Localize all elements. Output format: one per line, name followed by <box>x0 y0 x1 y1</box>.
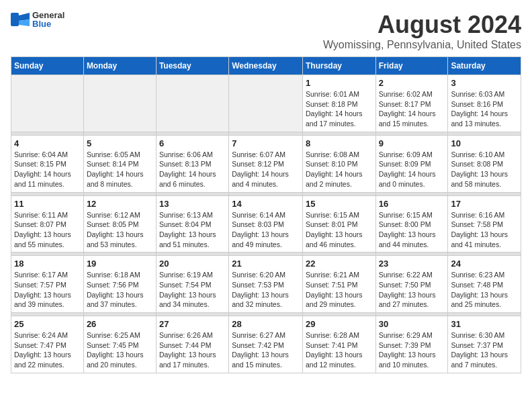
day-info: Sunrise: 6:09 AM Sunset: 8:09 PM Dayligh… <box>379 150 445 189</box>
day-number: 10 <box>451 138 518 148</box>
calendar-cell: 10Sunrise: 6:10 AM Sunset: 8:08 PM Dayli… <box>448 135 521 192</box>
day-number: 26 <box>87 319 153 329</box>
calendar-cell: 18Sunrise: 6:17 AM Sunset: 7:57 PM Dayli… <box>11 256 84 313</box>
day-number: 25 <box>14 319 81 329</box>
day-info: Sunrise: 6:16 AM Sunset: 7:58 PM Dayligh… <box>451 210 518 250</box>
day-info: Sunrise: 6:10 AM Sunset: 8:08 PM Dayligh… <box>451 150 518 189</box>
day-info: Sunrise: 6:15 AM Sunset: 8:00 PM Dayligh… <box>379 210 445 250</box>
location-title: Wyomissing, Pennsylvania, United States <box>323 39 521 51</box>
calendar-cell: 17Sunrise: 6:16 AM Sunset: 7:58 PM Dayli… <box>448 195 521 253</box>
logo-text-blue: Blue <box>32 19 64 28</box>
calendar-cell <box>156 75 228 132</box>
calendar-cell: 20Sunrise: 6:19 AM Sunset: 7:54 PM Dayli… <box>156 256 228 313</box>
day-info: Sunrise: 6:21 AM Sunset: 7:51 PM Dayligh… <box>306 270 373 310</box>
day-info: Sunrise: 6:13 AM Sunset: 8:04 PM Dayligh… <box>159 210 226 250</box>
day-info: Sunrise: 6:19 AM Sunset: 7:54 PM Dayligh… <box>159 270 226 310</box>
day-number: 14 <box>232 199 300 209</box>
day-number: 2 <box>379 78 445 88</box>
calendar-header-saturday: Saturday <box>448 57 521 75</box>
day-number: 29 <box>306 319 373 329</box>
day-info: Sunrise: 6:29 AM Sunset: 7:39 PM Dayligh… <box>379 330 445 370</box>
day-number: 6 <box>159 138 226 148</box>
day-number: 27 <box>159 319 226 329</box>
day-info: Sunrise: 6:14 AM Sunset: 8:03 PM Dayligh… <box>232 210 300 250</box>
calendar-cell: 31Sunrise: 6:30 AM Sunset: 7:37 PM Dayli… <box>448 316 521 373</box>
day-number: 17 <box>451 199 518 209</box>
calendar-cell <box>11 75 84 132</box>
calendar-header-monday: Monday <box>83 57 156 75</box>
calendar-week-row-1: 4Sunrise: 6:04 AM Sunset: 8:15 PM Daylig… <box>11 135 521 192</box>
logo: General Blue <box>11 11 64 28</box>
calendar-cell: 5Sunrise: 6:05 AM Sunset: 8:14 PM Daylig… <box>83 135 156 192</box>
calendar-cell: 9Sunrise: 6:09 AM Sunset: 8:09 PM Daylig… <box>375 135 448 192</box>
calendar-cell: 28Sunrise: 6:27 AM Sunset: 7:42 PM Dayli… <box>229 316 303 373</box>
calendar-cell: 22Sunrise: 6:21 AM Sunset: 7:51 PM Dayli… <box>302 256 375 313</box>
day-info: Sunrise: 6:15 AM Sunset: 8:01 PM Dayligh… <box>306 210 373 250</box>
day-number: 18 <box>14 259 81 269</box>
calendar-cell: 21Sunrise: 6:20 AM Sunset: 7:53 PM Dayli… <box>229 256 303 313</box>
day-number: 7 <box>232 138 300 148</box>
calendar-cell: 23Sunrise: 6:22 AM Sunset: 7:50 PM Dayli… <box>375 256 448 313</box>
day-number: 9 <box>379 138 445 148</box>
day-info: Sunrise: 6:17 AM Sunset: 7:57 PM Dayligh… <box>14 270 81 310</box>
calendar-cell: 4Sunrise: 6:04 AM Sunset: 8:15 PM Daylig… <box>11 135 84 192</box>
day-info: Sunrise: 6:20 AM Sunset: 7:53 PM Dayligh… <box>232 270 300 310</box>
day-number: 23 <box>379 259 445 269</box>
calendar-header-sunday: Sunday <box>11 57 84 75</box>
day-number: 21 <box>232 259 300 269</box>
calendar-week-row-2: 11Sunrise: 6:11 AM Sunset: 8:07 PM Dayli… <box>11 195 521 253</box>
day-info: Sunrise: 6:08 AM Sunset: 8:10 PM Dayligh… <box>306 150 373 189</box>
day-info: Sunrise: 6:23 AM Sunset: 7:48 PM Dayligh… <box>451 270 518 310</box>
calendar-cell: 26Sunrise: 6:25 AM Sunset: 7:45 PM Dayli… <box>83 316 156 373</box>
day-number: 28 <box>232 319 300 329</box>
calendar-cell: 30Sunrise: 6:29 AM Sunset: 7:39 PM Dayli… <box>375 316 448 373</box>
calendar-header-tuesday: Tuesday <box>156 57 228 75</box>
day-number: 8 <box>306 138 373 148</box>
day-number: 3 <box>451 78 518 88</box>
month-title: August 2024 <box>323 11 521 39</box>
calendar-cell: 2Sunrise: 6:02 AM Sunset: 8:17 PM Daylig… <box>375 75 448 132</box>
day-info: Sunrise: 6:30 AM Sunset: 7:37 PM Dayligh… <box>451 330 518 370</box>
day-number: 1 <box>306 78 373 88</box>
calendar-cell: 15Sunrise: 6:15 AM Sunset: 8:01 PM Dayli… <box>302 195 375 253</box>
day-number: 30 <box>379 319 445 329</box>
calendar-cell: 16Sunrise: 6:15 AM Sunset: 8:00 PM Dayli… <box>375 195 448 253</box>
calendar-header-wednesday: Wednesday <box>229 57 303 75</box>
svg-marker-1 <box>19 13 30 21</box>
day-info: Sunrise: 6:06 AM Sunset: 8:13 PM Dayligh… <box>159 150 226 189</box>
day-info: Sunrise: 6:24 AM Sunset: 7:47 PM Dayligh… <box>14 330 81 370</box>
day-number: 16 <box>379 199 445 209</box>
day-number: 22 <box>306 259 373 269</box>
day-number: 11 <box>14 199 81 209</box>
day-number: 20 <box>159 259 226 269</box>
svg-rect-0 <box>11 13 19 26</box>
calendar-header-thursday: Thursday <box>302 57 375 75</box>
title-area: August 2024 Wyomissing, Pennsylvania, Un… <box>323 11 521 51</box>
day-info: Sunrise: 6:03 AM Sunset: 8:16 PM Dayligh… <box>451 89 518 129</box>
day-number: 13 <box>159 199 226 209</box>
calendar-week-row-3: 18Sunrise: 6:17 AM Sunset: 7:57 PM Dayli… <box>11 256 521 313</box>
day-info: Sunrise: 6:28 AM Sunset: 7:41 PM Dayligh… <box>306 330 373 370</box>
calendar-cell: 13Sunrise: 6:13 AM Sunset: 8:04 PM Dayli… <box>156 195 228 253</box>
calendar-cell: 3Sunrise: 6:03 AM Sunset: 8:16 PM Daylig… <box>448 75 521 132</box>
day-info: Sunrise: 6:22 AM Sunset: 7:50 PM Dayligh… <box>379 270 445 310</box>
day-info: Sunrise: 6:12 AM Sunset: 8:05 PM Dayligh… <box>87 210 153 250</box>
calendar-cell: 11Sunrise: 6:11 AM Sunset: 8:07 PM Dayli… <box>11 195 84 253</box>
calendar-week-row-4: 25Sunrise: 6:24 AM Sunset: 7:47 PM Dayli… <box>11 316 521 373</box>
day-info: Sunrise: 6:25 AM Sunset: 7:45 PM Dayligh… <box>87 330 153 370</box>
logo-icon <box>11 13 30 26</box>
calendar-table: SundayMondayTuesdayWednesdayThursdayFrid… <box>11 56 521 373</box>
calendar-cell: 29Sunrise: 6:28 AM Sunset: 7:41 PM Dayli… <box>302 316 375 373</box>
day-info: Sunrise: 6:27 AM Sunset: 7:42 PM Dayligh… <box>232 330 300 370</box>
day-info: Sunrise: 6:01 AM Sunset: 8:18 PM Dayligh… <box>306 89 373 129</box>
day-number: 24 <box>451 259 518 269</box>
day-number: 19 <box>87 259 153 269</box>
day-number: 4 <box>14 138 81 148</box>
calendar-header-row: SundayMondayTuesdayWednesdayThursdayFrid… <box>11 57 521 75</box>
calendar-cell: 12Sunrise: 6:12 AM Sunset: 8:05 PM Dayli… <box>83 195 156 253</box>
day-info: Sunrise: 6:05 AM Sunset: 8:14 PM Dayligh… <box>87 150 153 189</box>
calendar-cell <box>229 75 303 132</box>
calendar-cell: 14Sunrise: 6:14 AM Sunset: 8:03 PM Dayli… <box>229 195 303 253</box>
page-header: General Blue August 2024 Wyomissing, Pen… <box>11 11 521 51</box>
day-info: Sunrise: 6:11 AM Sunset: 8:07 PM Dayligh… <box>14 210 81 250</box>
